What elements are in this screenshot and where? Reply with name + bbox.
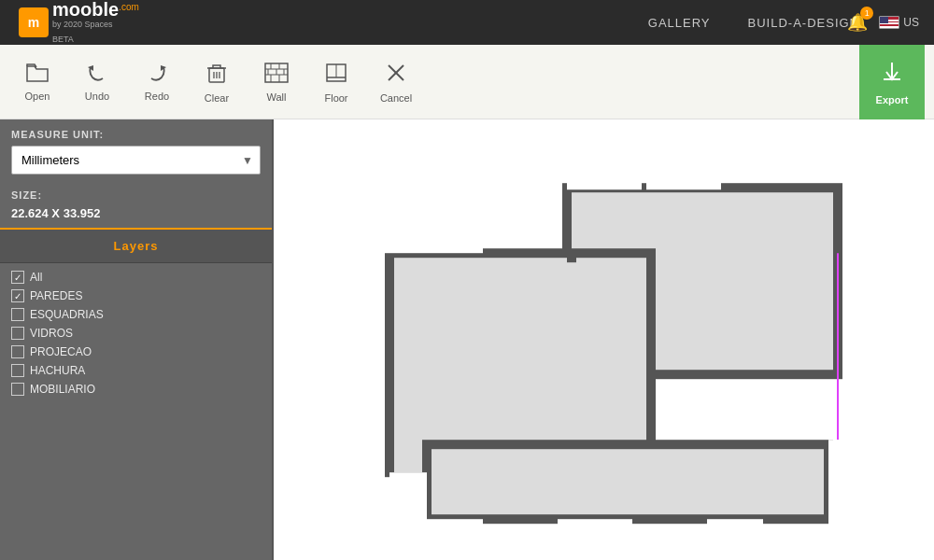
open-button[interactable]: Open (9, 57, 65, 107)
logo-icon: m (19, 7, 49, 37)
svg-rect-29 (389, 472, 427, 483)
svg-rect-25 (427, 519, 483, 533)
export-icon (879, 59, 905, 91)
layers-header: Layers (0, 228, 272, 263)
layers-list: AllPAREDESESQUADRIASVIDROSPROJECAOHACHUR… (0, 263, 272, 403)
canvas-area[interactable] (274, 119, 934, 560)
wall-button[interactable]: Wall (248, 56, 304, 108)
layer-item-mobiliario[interactable]: MOBILIARIO (11, 383, 261, 396)
open-icon (25, 63, 50, 87)
redo-button[interactable]: Redo (129, 57, 185, 107)
trash-icon (205, 61, 229, 89)
layer-name-mobiliario: MOBILIARIO (30, 383, 95, 396)
nav-gallery[interactable]: GALLERY (648, 16, 711, 30)
unit-select-wrap: Millimeters ▼ (11, 146, 261, 175)
layer-checkbox-hachura[interactable] (11, 364, 24, 377)
cancel-button[interactable]: Cancel (368, 55, 424, 109)
svg-rect-24 (646, 178, 721, 189)
layer-checkbox-esquadrias[interactable] (11, 308, 24, 321)
layer-checkbox-projecao[interactable] (11, 345, 24, 358)
layer-name-projecao: PROJECAO (30, 345, 92, 358)
layer-checkbox-all[interactable] (11, 271, 24, 284)
wall-icon (263, 62, 290, 88)
svg-rect-27 (707, 519, 763, 533)
wall-label: Wall (267, 91, 287, 103)
open-label: Open (25, 91, 50, 102)
layer-item-vidros[interactable]: VIDROS (11, 327, 261, 340)
redo-label: Redo (145, 91, 169, 102)
logo-name: mooble (52, 0, 119, 20)
svg-rect-26 (558, 519, 632, 533)
svg-rect-21 (361, 477, 427, 533)
main-area: MEASURE UNIT: Millimeters ▼ SIZE: 22.624… (0, 119, 934, 560)
layer-checkbox-paredes[interactable] (11, 289, 24, 302)
nav-build-a-design[interactable]: BUILD-A-DESIGN (748, 16, 859, 30)
undo-label: Undo (85, 91, 109, 102)
us-flag-icon (879, 16, 899, 29)
floor-button[interactable]: Floor (308, 55, 364, 109)
logo-com: .com (119, 2, 139, 12)
unit-select[interactable]: Millimeters (11, 146, 261, 175)
logo-text: mooble.com by 2020 Spaces BETA (52, 0, 139, 46)
export-label: Export (876, 94, 909, 105)
floor-label: Floor (324, 92, 347, 104)
redo-icon (145, 63, 169, 87)
flag-canton (880, 17, 888, 23)
undo-button[interactable]: Undo (69, 57, 125, 107)
svg-rect-28 (567, 253, 576, 262)
logo-by: by 2020 Spaces (52, 21, 139, 29)
layer-name-vidros: VIDROS (30, 327, 73, 340)
floor-icon (323, 61, 349, 89)
export-button[interactable]: Export (859, 45, 925, 119)
size-label: SIZE: (11, 189, 261, 201)
language-label: US (903, 16, 919, 29)
layer-item-hachura[interactable]: HACHURA (11, 364, 261, 377)
clear-button[interactable]: Clear (189, 55, 245, 109)
sidebar: MEASURE UNIT: Millimeters ▼ SIZE: 22.624… (0, 119, 274, 560)
notification-badge: 1 (860, 7, 873, 20)
layer-checkbox-mobiliario[interactable] (11, 383, 24, 396)
svg-rect-18 (427, 444, 828, 519)
nav-links: GALLERY BUILD-A-DESIGN (648, 16, 859, 30)
logo-beta: BETA (52, 35, 74, 44)
svg-rect-20 (361, 178, 483, 253)
svg-rect-23 (567, 178, 642, 189)
measure-section: MEASURE UNIT: Millimeters ▼ (0, 119, 272, 184)
layer-name-all: All (30, 271, 42, 284)
logo: m mooble.com by 2020 Spaces BETA (19, 0, 139, 46)
floor-plan (361, 178, 847, 537)
top-navigation: m mooble.com by 2020 Spaces BETA GALLERY… (0, 0, 934, 45)
undo-icon (85, 63, 109, 87)
layer-name-paredes: PAREDES (30, 289, 82, 302)
layer-name-esquadrias: ESQUADRIAS (30, 308, 104, 321)
nav-right: 🔔 1 US (847, 12, 919, 33)
measure-label: MEASURE UNIT: (11, 129, 261, 140)
layer-checkbox-vidros[interactable] (11, 327, 24, 340)
notification-button[interactable]: 🔔 1 (847, 12, 868, 33)
layer-item-all[interactable]: All (11, 271, 261, 284)
clear-label: Clear (205, 92, 229, 104)
toolbar: Open Undo Redo Clear (0, 45, 934, 119)
layer-item-paredes[interactable]: PAREDES (11, 289, 261, 302)
size-value: 22.624 X 33.952 (11, 206, 261, 220)
layer-item-projecao[interactable]: PROJECAO (11, 345, 261, 358)
language-selector[interactable]: US (879, 16, 919, 29)
layer-item-esquadrias[interactable]: ESQUADRIAS (11, 308, 261, 321)
size-section: SIZE: 22.624 X 33.952 (0, 184, 272, 228)
svg-rect-22 (828, 440, 847, 533)
cancel-icon (384, 61, 408, 89)
layer-name-hachura: HACHURA (30, 364, 85, 377)
cancel-label: Cancel (380, 92, 412, 104)
